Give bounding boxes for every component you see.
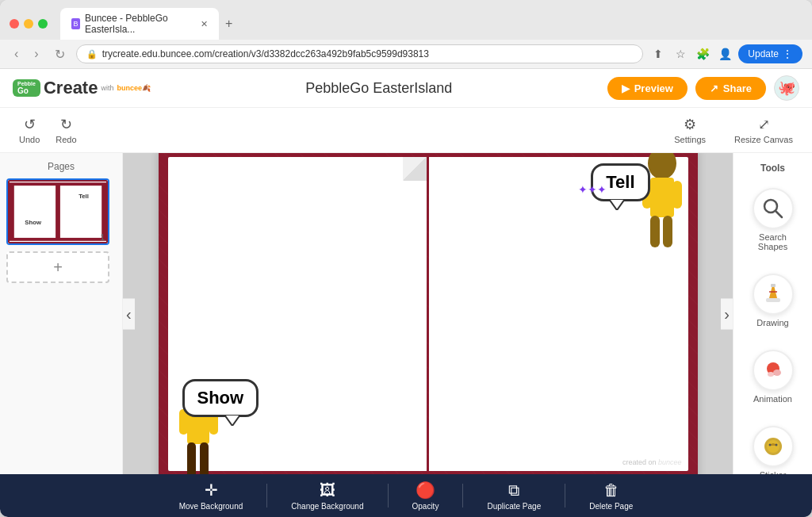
logo-pebble-top: Pebble (17, 81, 36, 87)
svg-rect-32 (766, 298, 780, 302)
browser-tab[interactable]: B Buncee - PebbleGo EasterIsla... ✕ (60, 8, 219, 40)
logo-area: Pebble Go Create with buncee🍂 (13, 78, 151, 98)
sticker-icon (761, 435, 785, 458)
maximize-dot[interactable] (38, 19, 48, 29)
app-title: PebbleGo EasterIsland (160, 80, 598, 97)
search-shapes-tool[interactable]: Search Shapes (741, 183, 805, 256)
user-avatar[interactable]: 🐙 (774, 75, 799, 101)
update-button[interactable]: Update ⋮ (738, 44, 802, 63)
sparkle-effect: ✦✦✦ (578, 183, 607, 196)
resize-icon: ⤢ (758, 116, 770, 133)
browser-dots (10, 19, 48, 29)
canvas-prev-button[interactable]: ‹ (123, 298, 135, 329)
sticker-tool[interactable]: Sticker (741, 421, 805, 474)
toolbar-separator-4 (565, 484, 565, 507)
resize-canvas-button[interactable]: ⤢ Resize Canvas (728, 113, 799, 147)
share-button[interactable]: ↗ Share (695, 77, 766, 100)
svg-text:Tell: Tell (79, 193, 89, 200)
duplicate-page-icon: ⧉ (508, 481, 519, 500)
canvas-wrapper: ‹ 🎓 📌 ✏ 📐 🔬 🏫 🎨 (123, 153, 733, 474)
minimize-dot[interactable] (24, 19, 33, 29)
drawing-tool[interactable]: Drawing (741, 269, 805, 332)
opacity-label: Opacity (412, 502, 439, 511)
settings-button[interactable]: ⚙ Settings (668, 113, 712, 147)
animation-icon (761, 358, 785, 382)
svg-point-40 (767, 440, 779, 453)
refresh-button[interactable]: ↻ (50, 45, 70, 63)
created-on-brand: buncee (658, 458, 682, 466)
delete-page-tool[interactable]: 🗑 Delete Page (589, 481, 633, 511)
svg-rect-34 (771, 284, 776, 287)
bottom-toolbar: ✛ Move Background 🖼 Change Background 🔴 … (0, 474, 812, 517)
svg-line-31 (776, 211, 782, 217)
svg-marker-16 (609, 199, 625, 210)
sticker-circle (753, 426, 794, 467)
animation-tool[interactable]: Animation (741, 345, 805, 408)
svg-point-37 (773, 370, 781, 376)
page-thumb-preview: Tell Show (8, 180, 108, 243)
url-text: trycreate.edu.buncee.com/creation/v3/d33… (102, 48, 634, 59)
lock-icon: 🔒 (86, 49, 98, 59)
forward-button[interactable]: › (29, 45, 43, 63)
show-bubble-tail (224, 415, 240, 426)
profile-icon[interactable]: 👤 (716, 45, 733, 63)
duplicate-page-label: Duplicate Page (487, 502, 541, 511)
created-on-text: created on (622, 458, 657, 466)
redo-icon: ↻ (60, 116, 72, 133)
update-dots: ⋮ (782, 48, 793, 60)
redo-button[interactable]: ↻ Redo (49, 113, 82, 147)
show-bubble: Show (182, 379, 259, 417)
address-bar[interactable]: 🔒 trycreate.edu.buncee.com/creation/v3/d… (76, 44, 644, 63)
toolbar-separator-3 (462, 484, 463, 507)
tools-title: Tools (760, 163, 785, 174)
duplicate-page-tool[interactable]: ⧉ Duplicate Page (487, 481, 541, 511)
add-page-button[interactable]: + (6, 251, 109, 283)
bookmark-icon[interactable]: ☆ (672, 45, 689, 63)
show-text: Show (197, 388, 244, 408)
move-background-icon: ✛ (205, 481, 218, 500)
page-thumbnail-1[interactable]: Tell Show 1 (6, 178, 109, 245)
toolbar-separator-2 (388, 484, 389, 507)
svg-point-18 (648, 153, 676, 179)
toolbar-separator-1 (266, 484, 267, 507)
logo-with: with (101, 84, 113, 92)
svg-rect-1 (14, 186, 56, 238)
move-background-tool[interactable]: ✛ Move Background (179, 481, 243, 511)
new-tab-button[interactable]: + (219, 8, 239, 40)
thumb-preview-svg: Tell Show (10, 182, 106, 242)
change-background-tool[interactable]: 🖼 Change Background (291, 481, 363, 511)
undo-button[interactable]: ↺ Undo (13, 113, 46, 147)
sidebar-title: Pages (6, 161, 116, 172)
logo-pebble-bottom: Go (17, 86, 36, 95)
share-arrow-icon: ↗ (710, 82, 718, 94)
svg-rect-29 (200, 442, 209, 475)
settings-label: Settings (674, 135, 706, 144)
animation-circle (753, 350, 794, 391)
close-dot[interactable] (10, 19, 19, 29)
extensions-icon[interactable]: 🧩 (694, 45, 711, 63)
logo-create: Create (44, 78, 98, 98)
svg-rect-28 (187, 442, 196, 475)
settings-area: ⚙ Settings ⤢ Resize Canvas (668, 113, 799, 147)
opacity-icon: 🔴 (416, 481, 435, 500)
settings-gear-icon: ⚙ (684, 116, 696, 133)
share-icon[interactable]: ⬆ (649, 45, 667, 63)
canvas-next-button[interactable]: › (721, 298, 733, 329)
canvas[interactable]: 🎓 📌 ✏ 📐 🔬 🏫 🎨 📚 ✂ 🔭 🧪 (159, 153, 698, 474)
tab-favicon: B (71, 18, 80, 29)
svg-marker-17 (224, 415, 240, 426)
sidebar: Pages Tell Show 1 + (0, 153, 123, 474)
browser-titlebar: B Buncee - PebbleGo EasterIsla... ✕ + (0, 0, 812, 40)
app-container: Pebble Go Create with buncee🍂 PebbleGo E… (0, 69, 812, 517)
undo-icon: ↺ (24, 116, 36, 133)
preview-button[interactable]: ▶ Preview (607, 77, 688, 100)
tab-close-button[interactable]: ✕ (201, 19, 208, 29)
svg-point-38 (768, 372, 774, 377)
browser-toolbar: ‹ › ↻ 🔒 trycreate.edu.buncee.com/creatio… (0, 40, 812, 69)
back-button[interactable]: ‹ (10, 45, 23, 63)
app-header: Pebble Go Create with buncee🍂 PebbleGo E… (0, 69, 812, 108)
svg-rect-21 (672, 181, 682, 209)
resize-label: Resize Canvas (734, 135, 793, 144)
opacity-tool[interactable]: 🔴 Opacity (412, 481, 439, 511)
drawing-circle (753, 274, 794, 315)
